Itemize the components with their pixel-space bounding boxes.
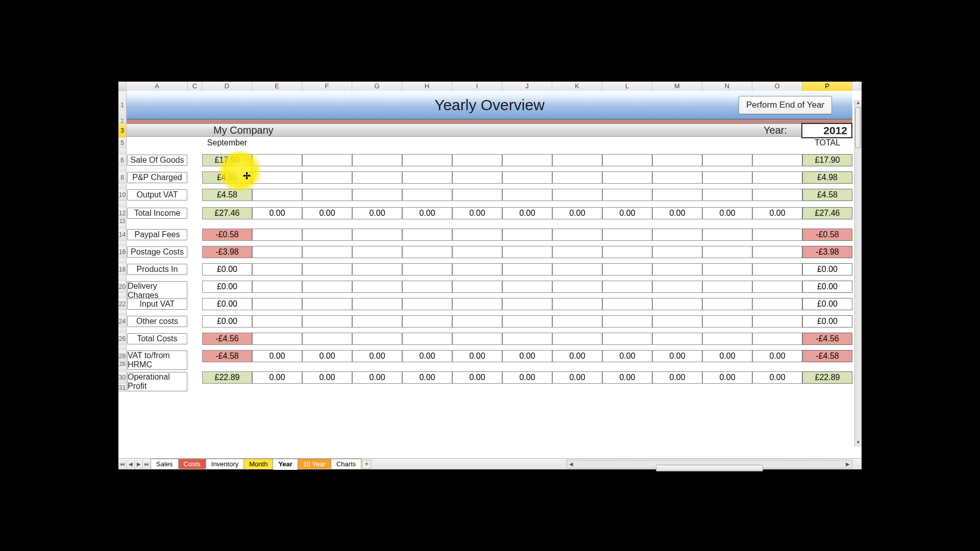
row-number[interactable]: 20 bbox=[118, 281, 127, 293]
data-cell[interactable] bbox=[252, 189, 302, 201]
data-cell[interactable] bbox=[602, 171, 652, 184]
data-cell[interactable] bbox=[402, 263, 452, 276]
data-cell[interactable]: 0.00 bbox=[752, 350, 802, 362]
new-sheet-icon[interactable]: ✦ bbox=[362, 460, 371, 469]
total-cell[interactable]: £0.00 bbox=[802, 263, 852, 276]
data-cell[interactable]: 0.00 bbox=[652, 207, 702, 219]
data-cell[interactable] bbox=[252, 281, 302, 293]
data-cell[interactable] bbox=[552, 263, 602, 276]
column-header[interactable]: I bbox=[452, 82, 502, 91]
data-cell[interactable] bbox=[502, 263, 552, 276]
total-cell[interactable]: £17.90 bbox=[802, 154, 852, 166]
data-cell[interactable] bbox=[302, 154, 352, 166]
data-cell[interactable] bbox=[352, 281, 402, 293]
row-number[interactable]: 24 bbox=[118, 315, 127, 328]
total-cell[interactable]: £0.00 bbox=[802, 315, 852, 328]
row-number[interactable]: 18 bbox=[118, 263, 127, 276]
row-number[interactable]: 10 bbox=[118, 189, 127, 201]
row-number[interactable]: 22 bbox=[118, 298, 127, 310]
data-cell[interactable] bbox=[252, 315, 302, 328]
data-cell[interactable]: -£0.58 bbox=[202, 229, 252, 241]
data-cell[interactable] bbox=[602, 263, 652, 276]
data-cell[interactable] bbox=[552, 189, 602, 201]
row-number[interactable]: 31 bbox=[118, 384, 127, 392]
row-number[interactable]: 3 bbox=[118, 123, 127, 138]
data-cell[interactable] bbox=[352, 246, 402, 258]
data-cell[interactable] bbox=[652, 229, 702, 241]
data-cell[interactable] bbox=[652, 333, 702, 345]
data-cell[interactable] bbox=[502, 246, 552, 258]
data-cell[interactable] bbox=[552, 298, 602, 310]
data-cell[interactable]: 0.00 bbox=[352, 207, 402, 219]
total-cell[interactable]: -£0.58 bbox=[802, 229, 852, 241]
column-header[interactable]: D bbox=[202, 82, 252, 91]
data-cell[interactable]: 0.00 bbox=[552, 350, 602, 362]
sheet-tab-month[interactable]: Month bbox=[243, 459, 273, 469]
data-cell[interactable]: £4.98 bbox=[202, 171, 252, 184]
data-cell[interactable] bbox=[752, 154, 802, 166]
data-cell[interactable] bbox=[352, 189, 402, 201]
data-cell[interactable] bbox=[402, 171, 452, 184]
data-cell[interactable] bbox=[752, 281, 802, 293]
data-cell[interactable] bbox=[352, 333, 402, 345]
data-cell[interactable] bbox=[652, 315, 702, 328]
data-cell[interactable] bbox=[552, 229, 602, 241]
data-cell[interactable]: 0.00 bbox=[652, 371, 702, 384]
data-cell[interactable]: 0.00 bbox=[352, 371, 402, 384]
data-cell[interactable] bbox=[252, 246, 302, 258]
column-header[interactable]: A bbox=[127, 82, 188, 91]
data-cell[interactable]: 0.00 bbox=[252, 350, 302, 362]
data-cell[interactable] bbox=[402, 333, 452, 345]
row-number[interactable]: 16 bbox=[118, 246, 127, 258]
column-header[interactable]: L bbox=[602, 82, 652, 91]
data-cell[interactable]: -£4.56 bbox=[202, 333, 252, 345]
data-cell[interactable]: £4.58 bbox=[202, 189, 252, 201]
data-cell[interactable] bbox=[252, 171, 302, 184]
total-cell[interactable]: £4.98 bbox=[802, 171, 852, 184]
data-cell[interactable]: £0.00 bbox=[202, 281, 252, 293]
sheet-tab-year[interactable]: Year bbox=[273, 459, 298, 470]
data-cell[interactable] bbox=[352, 154, 402, 166]
data-cell[interactable]: 0.00 bbox=[752, 371, 802, 384]
data-cell[interactable]: 0.00 bbox=[552, 371, 602, 384]
data-cell[interactable]: 0.00 bbox=[252, 207, 302, 219]
data-cell[interactable] bbox=[502, 171, 552, 184]
data-cell[interactable] bbox=[602, 189, 652, 201]
data-cell[interactable] bbox=[702, 246, 752, 258]
data-cell[interactable]: 0.00 bbox=[302, 207, 352, 219]
data-cell[interactable] bbox=[402, 189, 452, 201]
column-header[interactable]: J bbox=[502, 82, 552, 91]
data-cell[interactable] bbox=[352, 263, 402, 276]
data-cell[interactable] bbox=[352, 298, 402, 310]
row-number[interactable]: 6 bbox=[118, 154, 127, 166]
sheet-tab-costs[interactable]: Costs bbox=[178, 459, 206, 469]
tab-nav-first-icon[interactable]: ⏮ bbox=[118, 460, 127, 469]
data-cell[interactable] bbox=[302, 263, 352, 276]
row-number[interactable]: 12 bbox=[118, 207, 127, 219]
data-cell[interactable]: 0.00 bbox=[702, 371, 752, 384]
scroll-down-icon[interactable]: ▼ bbox=[855, 440, 862, 447]
data-cell[interactable]: 0.00 bbox=[402, 207, 452, 219]
sheet-tab-charts[interactable]: Charts bbox=[331, 459, 361, 469]
row-number[interactable]: 1 bbox=[118, 91, 127, 119]
data-cell[interactable] bbox=[302, 246, 352, 258]
data-cell[interactable] bbox=[602, 154, 652, 166]
data-cell[interactable]: 0.00 bbox=[702, 207, 752, 219]
scroll-left-icon[interactable]: ◀ bbox=[567, 461, 575, 467]
sheet-tab-10-year[interactable]: 10 Year bbox=[298, 459, 331, 469]
data-cell[interactable] bbox=[652, 171, 702, 184]
tab-nav-last-icon[interactable]: ⏭ bbox=[143, 460, 151, 469]
data-cell[interactable]: 0.00 bbox=[302, 371, 352, 384]
data-cell[interactable]: £22.89 bbox=[202, 371, 252, 384]
data-cell[interactable] bbox=[252, 229, 302, 241]
data-cell[interactable] bbox=[552, 315, 602, 328]
perform-end-of-year-button[interactable]: Perform End of Year bbox=[739, 96, 832, 114]
data-cell[interactable]: -£3.98 bbox=[202, 246, 252, 258]
row-number[interactable]: 26 bbox=[118, 333, 127, 345]
data-cell[interactable] bbox=[602, 298, 652, 310]
data-cell[interactable]: 0.00 bbox=[402, 371, 452, 384]
data-cell[interactable] bbox=[452, 171, 502, 184]
data-cell[interactable] bbox=[602, 315, 652, 328]
data-cell[interactable] bbox=[252, 298, 302, 310]
data-cell[interactable] bbox=[502, 154, 552, 166]
